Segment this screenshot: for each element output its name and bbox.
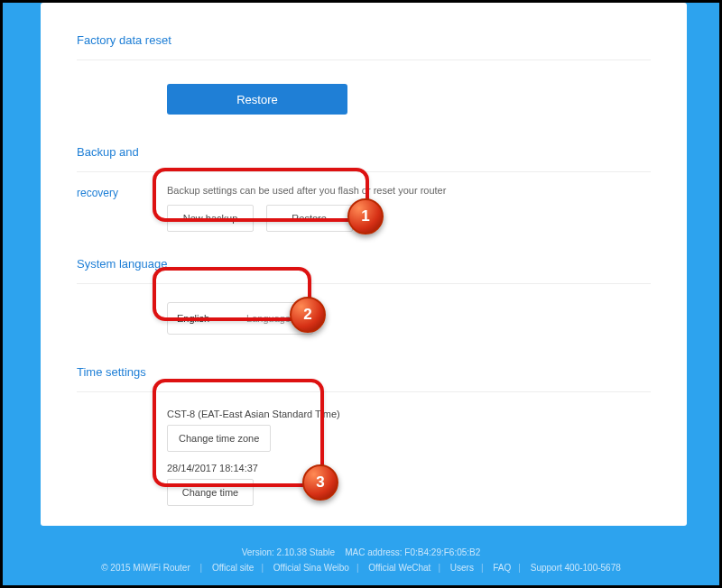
footer-version: Version: 2.10.38 Stable xyxy=(242,547,335,557)
section-backup-recovery: Backup and recovery Backup settings can … xyxy=(77,145,651,232)
change-timezone-button[interactable]: Change time zone xyxy=(167,425,271,452)
footer-link-wechat[interactable]: Official WeChat xyxy=(368,563,430,573)
factory-reset-title: Factory data reset xyxy=(77,33,651,47)
current-time-value: 28/14/2017 18:14:37 xyxy=(167,463,651,473)
footer-mac: MAC address: F0:B4:29:F6:05:B2 xyxy=(345,547,480,557)
chevron-down-icon xyxy=(296,317,303,321)
timezone-value: CST-8 (EAT-East Asian Standard Time) xyxy=(167,409,651,419)
backup-restore-button[interactable]: Restore xyxy=(266,205,353,232)
backup-title: Backup and xyxy=(77,145,651,159)
language-select[interactable]: English Language xyxy=(167,302,313,335)
time-settings-title: Time settings xyxy=(77,365,651,379)
backup-subtitle: recovery xyxy=(77,185,167,232)
change-time-button[interactable]: Change time xyxy=(167,479,254,506)
language-value: English xyxy=(177,313,209,324)
section-system-language: System language English Language xyxy=(77,257,651,335)
footer-link-site[interactable]: Offical site xyxy=(212,563,255,573)
footer-link-users[interactable]: Users xyxy=(450,563,474,573)
footer-link-weibo[interactable]: Official Sina Weibo xyxy=(273,563,349,573)
footer-link-support[interactable]: Support 400-100-5678 xyxy=(531,563,621,573)
footer-copyright: © 2015 MiWiFi Router xyxy=(101,563,190,573)
section-factory-reset: Factory data reset Restore xyxy=(77,33,651,115)
backup-hint: Backup settings can be used after you fl… xyxy=(167,185,651,196)
footer-link-faq[interactable]: FAQ xyxy=(493,563,511,573)
factory-restore-button[interactable]: Restore xyxy=(167,84,347,115)
page-footer: Version: 2.10.38 Stable MAC address: F0:… xyxy=(3,538,719,585)
language-label: Language xyxy=(246,313,291,324)
section-time-settings: Time settings CST-8 (EAT-East Asian Stan… xyxy=(77,365,651,506)
system-language-title: System language xyxy=(77,257,651,271)
new-backup-button[interactable]: New backup xyxy=(167,205,254,232)
